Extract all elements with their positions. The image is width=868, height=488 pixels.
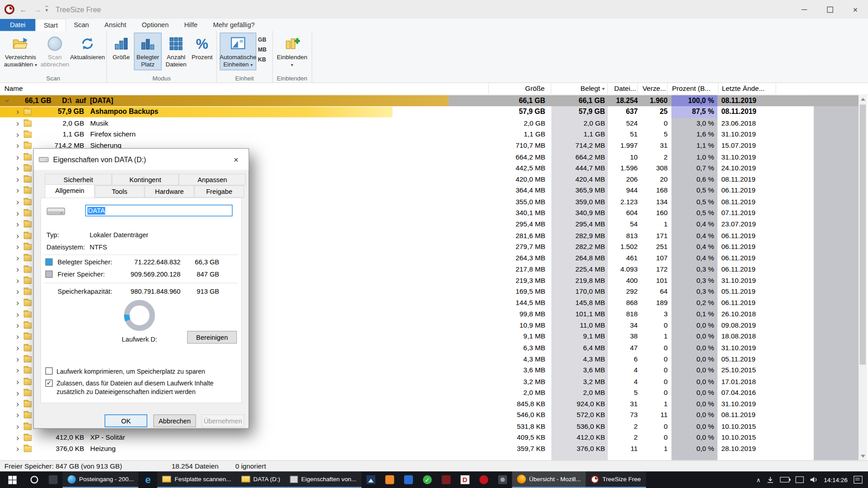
expand-chevron-icon[interactable]: › xyxy=(14,443,21,455)
minimize-button[interactable] xyxy=(792,0,817,19)
expand-chevron-icon[interactable]: › xyxy=(14,174,21,185)
table-row[interactable]: ›1,1 GBFirefox sichern1,1 GB1,1 GB5151,6… xyxy=(0,129,868,140)
mode-allocated-button[interactable]: Belegter Platz xyxy=(134,33,161,70)
table-row[interactable]: ›2,0 GBMusik2,0 GB2,0 GB52403,0 %23.06.2… xyxy=(0,117,868,129)
unit-gb-button[interactable]: GB xyxy=(258,37,267,42)
expand-chevron-icon[interactable]: › xyxy=(14,241,21,253)
expand-chevron-icon[interactable]: › xyxy=(14,219,21,230)
column-header-belegt[interactable]: Belegt xyxy=(552,83,608,94)
expand-chevron-icon[interactable]: › xyxy=(14,387,21,399)
network-icon[interactable] xyxy=(796,476,804,483)
ok-button[interactable]: OK xyxy=(104,414,147,427)
refresh-button[interactable]: Aktualisieren xyxy=(71,33,104,70)
select-directory-button[interactable]: Verzeichnis auswählen ▾ xyxy=(3,33,38,70)
expand-chevron-icon[interactable]: › xyxy=(14,286,21,297)
expand-chevron-icon[interactable]: › xyxy=(14,410,21,421)
antivirus-icon[interactable]: ✓ xyxy=(418,471,437,488)
auto-units-button[interactable]: Automatische Einheiten ▾ xyxy=(220,33,256,70)
close-button[interactable]: × xyxy=(843,0,868,19)
scroll-up-button[interactable] xyxy=(859,95,867,103)
tab-freigabe[interactable]: Freigabe xyxy=(194,185,244,197)
action-center-icon[interactable] xyxy=(854,476,863,483)
table-row[interactable]: ›66,1 GBD:\ auf [DATA]66,1 GB66,1 GB18.2… xyxy=(0,95,868,107)
unit-kb-button[interactable]: KB xyxy=(258,56,267,62)
pinned-app-icon[interactable] xyxy=(44,471,63,488)
tab-hilfe[interactable]: Hilfe xyxy=(176,19,205,31)
orange-app-icon[interactable] xyxy=(380,471,399,488)
expand-chevron-icon[interactable]: › xyxy=(14,365,21,376)
expand-chevron-icon[interactable]: › xyxy=(14,230,21,241)
app-logo-icon[interactable] xyxy=(5,5,14,14)
expand-chevron-icon[interactable]: › xyxy=(14,163,21,174)
expand-chevron-icon[interactable]: › xyxy=(14,117,21,129)
firefox-window-button[interactable]: Übersicht - Mozill... xyxy=(512,471,586,488)
tab-scan[interactable]: Scan xyxy=(66,19,97,31)
expand-chevron-icon[interactable]: › xyxy=(14,353,21,365)
blue-app-icon[interactable] xyxy=(399,471,418,488)
mode-filecount-button[interactable]: Anzahl Dateien xyxy=(163,33,189,70)
tab-anpassen[interactable]: Anpassen xyxy=(179,174,246,185)
table-row[interactable]: ›57,9 GBAshampoo Backups57,9 GB57,9 GB63… xyxy=(0,106,868,117)
mode-percent-button[interactable]: % Prozent xyxy=(190,33,213,70)
tab-start[interactable]: Start xyxy=(35,19,66,31)
tray-expand-icon[interactable]: ∧ xyxy=(756,476,761,483)
expand-chevron-icon[interactable]: › xyxy=(14,106,21,117)
tab-sicherheit[interactable]: Sicherheit xyxy=(45,174,112,185)
cancel-button[interactable]: Abbrechen xyxy=(153,414,196,427)
tray-download-icon[interactable] xyxy=(767,476,774,483)
tab-optionen[interactable]: Optionen xyxy=(134,19,176,31)
expand-chevron-icon[interactable]: › xyxy=(14,253,21,264)
expand-chevron-icon[interactable]: › xyxy=(14,185,21,196)
tab-mehr-gefaellig[interactable]: Mehr gefällig? xyxy=(205,19,263,31)
darkred-app-icon[interactable] xyxy=(437,471,456,488)
forward-button[interactable]: → xyxy=(32,5,43,14)
scroll-down-button[interactable] xyxy=(859,452,867,460)
column-header-letzte-aenderung[interactable]: Letzte Ände... xyxy=(718,83,776,94)
expand-chevron-icon[interactable]: › xyxy=(14,376,21,387)
mail-app-button[interactable]: Posteingang - 200... xyxy=(62,471,138,488)
show-columns-button[interactable]: Einblenden ▾ xyxy=(275,33,308,70)
expand-chevron-icon[interactable]: › xyxy=(14,421,21,432)
column-header-prozent[interactable]: Prozent (B... xyxy=(670,83,719,94)
expand-chevron-icon[interactable]: › xyxy=(14,432,21,443)
expand-chevron-icon[interactable]: › xyxy=(14,297,21,309)
expand-chevron-icon[interactable]: › xyxy=(14,207,21,219)
table-row[interactable]: ›376,0 KBHeizung359,7 KB376,0 KB1110,0 %… xyxy=(0,443,868,455)
expand-chevron-icon[interactable]: › xyxy=(14,399,21,410)
clock[interactable]: 14:14:26 xyxy=(824,471,847,488)
column-header-verzeichnisse[interactable]: Verze... xyxy=(638,83,668,94)
back-button[interactable]: ← xyxy=(18,5,28,14)
unit-mb-button[interactable]: MB xyxy=(258,47,267,52)
maximize-button[interactable] xyxy=(817,0,842,19)
tab-ansicht[interactable]: Ansicht xyxy=(97,19,134,31)
volume-icon[interactable] xyxy=(810,476,818,483)
column-header-name[interactable]: Name xyxy=(0,83,489,94)
d-app-icon[interactable]: D xyxy=(455,471,474,488)
treesize-window-button[interactable]: TreeSize Free xyxy=(586,471,646,488)
media-app-icon[interactable] xyxy=(474,471,493,488)
expand-chevron-icon[interactable]: › xyxy=(14,263,21,275)
expand-chevron-icon[interactable]: › xyxy=(14,275,21,286)
battery-icon[interactable] xyxy=(780,477,790,483)
edge-browser-icon[interactable]: e xyxy=(139,471,158,488)
photos-app-icon[interactable] xyxy=(361,471,380,488)
tab-tools[interactable]: Tools xyxy=(94,185,144,197)
tab-allgemein[interactable]: Allgemein xyxy=(45,184,94,197)
index-contents-checkbox[interactable]: ✓ xyxy=(45,380,52,387)
vertical-scrollbar[interactable] xyxy=(859,95,867,460)
expand-chevron-icon[interactable]: › xyxy=(14,140,21,151)
expand-chevron-icon[interactable]: › xyxy=(14,196,21,207)
mode-size-button[interactable]: Größe xyxy=(109,33,132,70)
quick-access-chevron-icon[interactable]: ▾ xyxy=(45,6,48,13)
windows-start-button[interactable] xyxy=(0,471,25,488)
expand-chevron-icon[interactable]: › xyxy=(14,151,21,163)
volume-label-input[interactable]: DATA xyxy=(85,205,233,216)
expand-chevron-icon[interactable]: › xyxy=(14,309,21,320)
properties-window-button[interactable]: Eigenschaften von... xyxy=(285,471,362,488)
expand-chevron-icon[interactable]: › xyxy=(14,331,21,343)
camera-app-icon[interactable] xyxy=(493,471,512,488)
explorer-window-button[interactable]: Festplatte scannen... xyxy=(157,471,236,488)
tab-kontingent[interactable]: Kontingent xyxy=(112,174,179,185)
compress-drive-checkbox[interactable] xyxy=(45,367,52,375)
expand-chevron-icon[interactable]: › xyxy=(14,129,21,140)
